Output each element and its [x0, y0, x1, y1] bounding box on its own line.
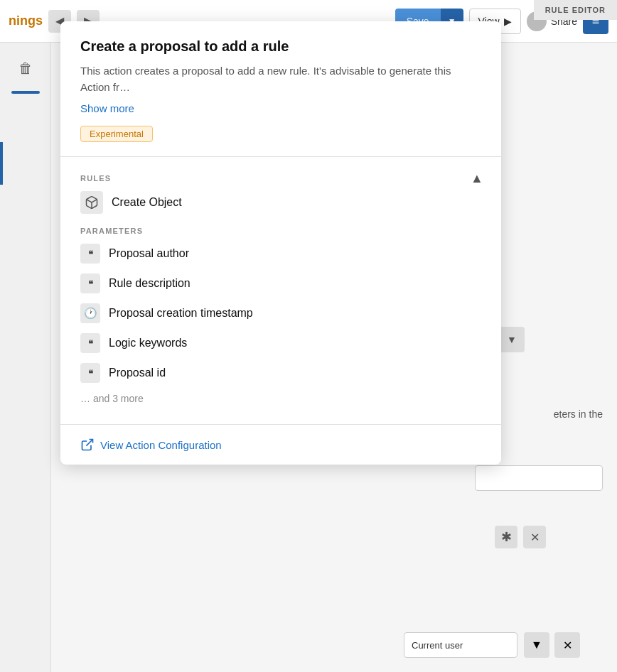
popup-footer: View Action Configuration: [60, 424, 501, 465]
external-link-icon: [80, 438, 95, 452]
rules-section-label: RULES: [80, 174, 481, 183]
param-item: ❝ Rule description: [80, 273, 481, 293]
bottom-x-button[interactable]: ✕: [554, 632, 580, 658]
quote-icon-2: ❝: [80, 273, 100, 293]
param-item: 🕐 Proposal creation timestamp: [80, 303, 481, 323]
rule-item: Create Object: [80, 191, 481, 214]
parameters-section-label: PARAMETERS: [80, 227, 481, 235]
quote-icon-5: ❝: [80, 363, 100, 383]
param-item: ❝ Logic keywords: [80, 333, 481, 353]
param-item: ❝ Proposal author: [80, 244, 481, 264]
experimental-badge: Experimental: [80, 126, 153, 142]
svg-line-1: [86, 440, 92, 446]
view-action-link[interactable]: View Action Configuration: [80, 438, 222, 452]
text-input[interactable]: [475, 465, 603, 491]
asterisk-button[interactable]: ✱: [495, 526, 517, 548]
rule-editor-label: RULE EDITOR: [534, 0, 617, 20]
rule-name: Create Object: [112, 196, 182, 209]
param-name-3: Proposal creation timestamp: [109, 307, 253, 320]
x-button[interactable]: ✕: [523, 526, 546, 548]
quote-icon-4: ❝: [80, 333, 100, 353]
current-user-dropdown[interactable]: Current user: [404, 632, 517, 658]
brand-text: nings: [9, 13, 43, 28]
clock-icon: 🕐: [80, 303, 100, 323]
param-name-1: Proposal author: [109, 247, 189, 260]
param-item: ❝ Proposal id: [80, 363, 481, 383]
popup-description: This action creates a proposal to add a …: [80, 63, 481, 95]
sidebar: 🗑: [0, 43, 51, 672]
show-more-link[interactable]: Show more: [80, 102, 134, 114]
rule-icon: [80, 191, 103, 214]
popup-title: Create a proposal to add a rule: [80, 38, 481, 55]
trash-icon[interactable]: 🗑: [11, 54, 40, 82]
popup-card: Create a proposal to add a rule This act…: [60, 21, 501, 465]
popup-body: ▲ RULES Create Object PARAMETERS ❝ Propo…: [60, 157, 501, 424]
box-icon: [85, 195, 99, 210]
param-name-2: Rule description: [109, 277, 191, 290]
and-more-text: … and 3 more: [80, 393, 481, 404]
param-name-5: Proposal id: [109, 367, 166, 379]
parameters-section: PARAMETERS ❝ Proposal author ❝ Rule desc…: [80, 227, 481, 404]
bottom-dropdown-arrow[interactable]: ▼: [524, 632, 549, 658]
collapse-button[interactable]: ▲: [467, 168, 487, 188]
dropdown-arrow[interactable]: ▼: [499, 327, 525, 352]
quote-icon-1: ❝: [80, 244, 100, 264]
param-name-4: Logic keywords: [109, 337, 187, 349]
view-action-label: View Action Configuration: [100, 439, 222, 451]
popup-header: Create a proposal to add a rule This act…: [60, 21, 501, 156]
params-text: eters in the: [554, 408, 603, 420]
blue-accent-stripe: [0, 142, 3, 185]
